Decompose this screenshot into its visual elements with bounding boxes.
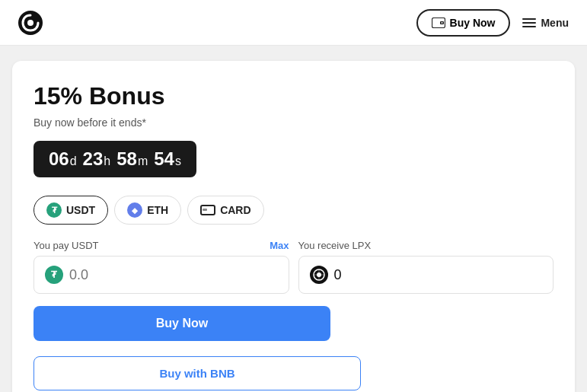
pay-label-row: You pay USDT Max [33, 240, 289, 251]
header: Buy Now Menu [0, 0, 587, 46]
hours-value: 23 [83, 148, 104, 170]
svg-rect-6 [522, 22, 536, 24]
main-card: 15% Bonus Buy now before it ends* 06 d 2… [12, 61, 575, 392]
tab-usdt[interactable]: ₮ USDT [33, 196, 108, 225]
card-icon [200, 205, 215, 215]
countdown-timer: 06 d 23 h 58 m 54 s [33, 141, 196, 177]
buy-bnb-button[interactable]: Buy with BNB [33, 356, 361, 390]
tab-card[interactable]: CARD [187, 196, 263, 225]
pay-input-box: ₮ [33, 256, 289, 294]
lpx-input-icon [310, 266, 328, 284]
receive-input-group: You receive LPX 0 [298, 240, 554, 294]
hamburger-icon [522, 18, 536, 27]
svg-point-1 [27, 20, 33, 26]
action-buttons: Buy Now Buy with BNB [33, 306, 554, 390]
days-value: 06 [49, 148, 69, 170]
usdt-tab-label: USDT [66, 204, 95, 216]
eth-icon: ◆ [127, 202, 142, 218]
input-section: You pay USDT Max ₮ You receive LPX [33, 240, 554, 294]
pay-input[interactable] [69, 267, 278, 283]
receive-input-box: 0 [298, 256, 554, 294]
seconds-value: 54 [154, 148, 174, 170]
usdt-input-icon: ₮ [45, 266, 63, 284]
tab-eth[interactable]: ◆ ETH [114, 196, 181, 225]
logo-area [18, 11, 43, 35]
bonus-title: 15% Bonus [33, 82, 554, 110]
pay-input-group: You pay USDT Max ₮ [33, 240, 289, 294]
minutes-value: 58 [116, 148, 137, 170]
receive-label: You receive LPX [298, 240, 372, 251]
header-buy-now-button[interactable]: Buy Now [416, 9, 511, 37]
main: 15% Bonus Buy now before it ends* 06 d 2… [0, 46, 587, 392]
seconds-unit: s [175, 155, 181, 168]
days-unit: d [70, 155, 77, 168]
header-buy-now-label: Buy Now [450, 17, 496, 29]
menu-label: Menu [541, 17, 569, 29]
countdown-days: 06 d [49, 148, 77, 170]
countdown-minutes: 58 m [116, 148, 148, 170]
hours-unit: h [104, 155, 110, 168]
receive-label-row: You receive LPX [298, 240, 554, 251]
countdown-hours: 23 h [83, 148, 111, 170]
header-right: Buy Now Menu [416, 9, 569, 37]
svg-rect-7 [522, 26, 536, 27]
svg-rect-5 [522, 18, 536, 20]
menu-button[interactable]: Menu [522, 17, 569, 29]
svg-point-4 [441, 22, 442, 24]
pay-label: You pay USDT [33, 240, 99, 251]
max-button[interactable]: Max [270, 240, 289, 251]
card-tab-label: CARD [220, 204, 250, 216]
usdt-icon: ₮ [46, 202, 62, 218]
minutes-unit: m [138, 155, 148, 168]
payment-tabs: ₮ USDT ◆ ETH CARD [33, 196, 554, 225]
eth-tab-label: ETH [147, 204, 168, 216]
buy-now-button[interactable]: Buy Now [33, 306, 330, 341]
wallet-icon [432, 18, 445, 28]
countdown-seconds: 54 s [154, 148, 181, 170]
receive-value: 0 [334, 267, 342, 283]
subtitle: Buy now before it ends* [33, 116, 554, 129]
logo-icon [18, 11, 43, 35]
